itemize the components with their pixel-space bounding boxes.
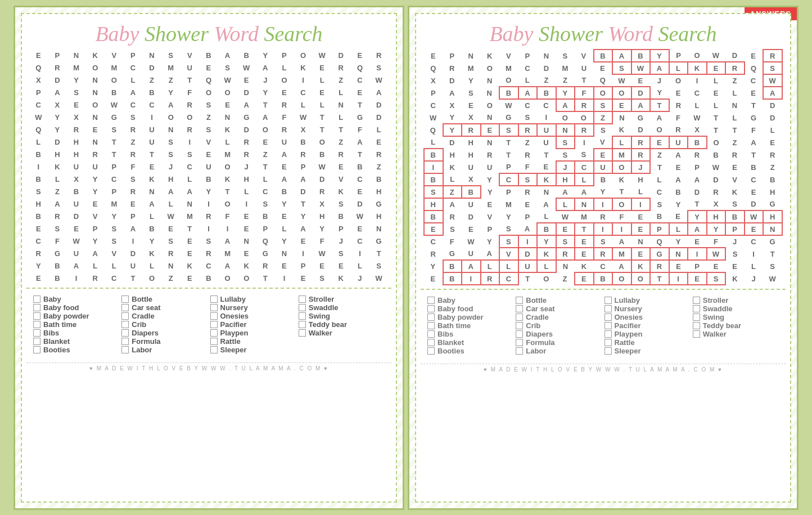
- grid-cell: B: [275, 185, 294, 198]
- word-checkbox[interactable]: [605, 314, 612, 321]
- word-checkbox[interactable]: [427, 297, 435, 304]
- word-checkbox[interactable]: [299, 312, 306, 320]
- grid-cell: B: [499, 87, 518, 99]
- word-checkbox[interactable]: [516, 347, 523, 355]
- grid-cell: O: [688, 50, 707, 62]
- word-checkbox[interactable]: [605, 330, 612, 338]
- word-checkbox[interactable]: [210, 329, 218, 337]
- word-checkbox[interactable]: [33, 295, 40, 303]
- grid-cell: O: [481, 62, 500, 74]
- grid-cell: P: [29, 86, 48, 98]
- grid-cell: B: [650, 211, 669, 223]
- word-checkbox[interactable]: [516, 330, 523, 338]
- grid-cell: A: [443, 87, 462, 99]
- word-checkbox[interactable]: [605, 339, 612, 346]
- grid-cell: E: [518, 198, 538, 211]
- word-checkbox[interactable]: [693, 314, 700, 321]
- grid-cell: N: [67, 49, 86, 61]
- grid-cell: H: [67, 136, 86, 148]
- grid-cell: C: [537, 99, 556, 111]
- grid-cell: L: [332, 86, 351, 98]
- grid-cell: I: [218, 222, 237, 235]
- word-checkbox[interactable]: [693, 330, 700, 338]
- word-checkbox[interactable]: [210, 295, 218, 303]
- word-checkbox[interactable]: [605, 297, 612, 304]
- grid-cell: E: [237, 74, 256, 86]
- grid-cell: E: [631, 74, 651, 87]
- word-checkbox[interactable]: [427, 347, 435, 355]
- word-checkbox[interactable]: [299, 304, 306, 311]
- word-checkbox[interactable]: [605, 305, 612, 312]
- grid-cell: R: [481, 149, 500, 161]
- word-checkbox[interactable]: [427, 330, 435, 338]
- word-checkbox[interactable]: [427, 305, 435, 312]
- word-checkbox[interactable]: [693, 297, 700, 304]
- word-checkbox[interactable]: [121, 346, 129, 353]
- grid-cell: A: [537, 198, 556, 211]
- word-checkbox[interactable]: [210, 312, 218, 320]
- word-checkbox[interactable]: [516, 339, 523, 346]
- word-checkbox[interactable]: [516, 322, 523, 329]
- word-item: Booties: [427, 347, 513, 355]
- grid-cell: I: [275, 272, 294, 284]
- word-checkbox[interactable]: [299, 295, 306, 303]
- word-checkbox[interactable]: [121, 304, 129, 311]
- word-checkbox[interactable]: [693, 322, 700, 329]
- grid-cell: D: [725, 50, 745, 62]
- grid-cell: L: [124, 74, 143, 86]
- grid-cell: P: [518, 50, 538, 62]
- grid-cell: L: [725, 87, 745, 99]
- grid-cell: F: [275, 111, 294, 123]
- word-checkbox[interactable]: [605, 347, 612, 355]
- grid-cell: Y: [86, 173, 105, 185]
- grid-cell: W: [499, 99, 518, 111]
- grid-cell: T: [256, 272, 276, 284]
- word-checkbox[interactable]: [33, 321, 40, 328]
- word-checkbox[interactable]: [427, 322, 435, 329]
- word-checkbox[interactable]: [693, 305, 700, 312]
- word-checkbox[interactable]: [299, 329, 306, 337]
- grid-cell: M: [612, 149, 631, 161]
- word-checkbox[interactable]: [210, 321, 218, 328]
- grid-cell: T: [351, 98, 370, 111]
- word-label: Booties: [437, 347, 464, 355]
- grid-cell: D: [48, 74, 67, 86]
- word-checkbox[interactable]: [516, 297, 523, 304]
- grid-cell: S: [575, 149, 594, 161]
- grid-cell: R: [763, 50, 782, 62]
- word-checkbox[interactable]: [121, 295, 129, 303]
- grid-cell: Q: [424, 62, 443, 74]
- grid-cell: C: [499, 173, 518, 186]
- grid-cell: Q: [650, 235, 669, 248]
- word-checkbox[interactable]: [33, 346, 40, 353]
- word-item: Pacifier: [605, 321, 691, 330]
- word-checkbox[interactable]: [121, 312, 129, 320]
- word-checkbox[interactable]: [210, 338, 218, 345]
- grid-cell: E: [745, 186, 764, 198]
- grid-cell: U: [143, 136, 162, 148]
- word-checkbox[interactable]: [33, 304, 40, 311]
- word-checkbox[interactable]: [33, 329, 40, 337]
- grid-cell: L: [48, 173, 67, 185]
- grid-cell: Y: [481, 173, 500, 186]
- grid-cell: N: [161, 259, 181, 272]
- word-checkbox[interactable]: [516, 314, 523, 321]
- word-checkbox[interactable]: [427, 339, 435, 346]
- word-checkbox[interactable]: [516, 305, 523, 312]
- grid-cell: B: [200, 272, 219, 284]
- grid-cell: N: [612, 111, 631, 124]
- page-title: Baby Shower Word Search: [421, 19, 786, 48]
- word-checkbox[interactable]: [210, 304, 218, 311]
- word-checkbox[interactable]: [427, 314, 435, 321]
- word-checkbox[interactable]: [605, 322, 612, 329]
- word-checkbox[interactable]: [121, 329, 129, 337]
- word-checkbox[interactable]: [299, 321, 306, 328]
- word-item: Playpen: [605, 330, 691, 338]
- word-item: Bibs: [427, 330, 513, 338]
- word-checkbox[interactable]: [121, 321, 129, 328]
- word-checkbox[interactable]: [121, 338, 129, 345]
- word-checkbox[interactable]: [210, 346, 218, 353]
- word-checkbox[interactable]: [33, 338, 40, 345]
- word-item: Cradle: [516, 313, 602, 321]
- word-checkbox[interactable]: [33, 312, 40, 320]
